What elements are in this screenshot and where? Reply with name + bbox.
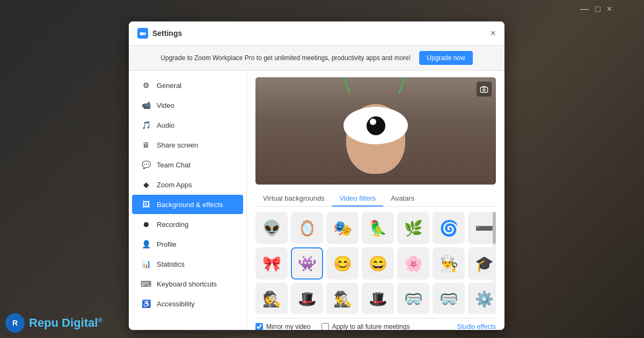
zoom-logo-icon bbox=[137, 28, 148, 39]
upgrade-now-button[interactable]: Upgrade now bbox=[419, 51, 472, 65]
bottom-controls: Mirror my video Apply to all future meet… bbox=[255, 318, 496, 330]
window-close-btn[interactable]: × bbox=[607, 4, 612, 14]
sidebar-icon-statistics: 📊 bbox=[141, 259, 151, 269]
minimize-btn[interactable]: — bbox=[580, 4, 589, 14]
sidebar-icon-team-chat: 💬 bbox=[141, 159, 151, 170]
sidebar-item-keyboard-shortcuts[interactable]: ⌨Keyboard shortcuts bbox=[132, 274, 243, 293]
sidebar-icon-profile: 👤 bbox=[141, 239, 151, 249]
sidebar-icon-video: 📹 bbox=[141, 100, 151, 111]
mirror-video-input[interactable] bbox=[255, 323, 263, 330]
tab-virtual-backgrounds[interactable]: Virtual backgrounds bbox=[255, 191, 332, 207]
filter-row-1: 🎀👾😊😄🌸👨‍🍳🎓🍎 bbox=[255, 247, 494, 280]
filter-grid: 👽🪞🎭🦜🌿🌀➖💤🎀👾😊😄🌸👨‍🍳🎓🍎🕵️🎩🕵️‍♂️🎩🥽🥽⚙️ bbox=[255, 212, 496, 314]
studio-effects-link[interactable]: Studio effects bbox=[457, 323, 496, 330]
filter-item-grad[interactable]: 🎓 bbox=[468, 247, 496, 280]
sidebar-label-team-chat: Team Chat bbox=[157, 161, 191, 169]
settings-sidebar: ⚙General📹Video🎵Audio🖥Share screen💬Team C… bbox=[129, 71, 247, 330]
future-meetings-label: Apply to all future meetings bbox=[332, 323, 410, 330]
sidebar-icon-general: ⚙ bbox=[141, 80, 151, 91]
filter-item-vr[interactable]: 🥽 bbox=[433, 283, 465, 314]
logo-text: Repu Digital® bbox=[29, 316, 103, 330]
sidebar-item-statistics[interactable]: 📊Statistics bbox=[132, 254, 243, 274]
scrollbar-thumb[interactable] bbox=[493, 212, 496, 244]
sidebar-icon-background-effects: 🖼 bbox=[141, 199, 151, 210]
filter-item-alien2[interactable]: 👾 bbox=[291, 247, 323, 280]
filter-item-gear[interactable]: ⚙️ bbox=[468, 283, 496, 314]
filter-item-alien[interactable]: 👽 bbox=[255, 212, 288, 244]
filter-item-happy[interactable]: 😄 bbox=[362, 247, 394, 280]
svg-marker-1 bbox=[144, 32, 146, 35]
antenna-right bbox=[398, 77, 407, 94]
future-meetings-checkbox[interactable]: Apply to all future meetings bbox=[321, 323, 410, 330]
camera-icon bbox=[480, 85, 488, 93]
filter-item-mirror[interactable]: 🪞 bbox=[291, 212, 323, 244]
upgrade-text: Upgrade to Zoom Workplace Pro to get unl… bbox=[160, 54, 411, 62]
filter-item-dark[interactable]: 🎭 bbox=[326, 212, 358, 244]
scrollbar-track bbox=[493, 212, 496, 314]
sidebar-label-statistics: Statistics bbox=[157, 260, 185, 268]
sidebar-label-video: Video bbox=[157, 101, 174, 109]
main-content: Virtual backgroundsVideo filtersAvatars … bbox=[247, 71, 504, 330]
sidebar-icon-recording: ⏺ bbox=[141, 219, 151, 230]
filter-item-colorful[interactable]: 🌀 bbox=[433, 212, 465, 244]
filter-item-chef[interactable]: 👨‍🍳 bbox=[433, 247, 465, 280]
svg-rect-0 bbox=[140, 32, 144, 35]
sidebar-icon-share-screen: 🖥 bbox=[141, 139, 151, 150]
sidebar-item-general[interactable]: ⚙General bbox=[132, 76, 243, 95]
modal-close-button[interactable]: × bbox=[490, 28, 496, 38]
tab-video-filters[interactable]: Video filters bbox=[332, 191, 384, 207]
filter-item-smile[interactable]: 😊 bbox=[326, 247, 358, 280]
mirror-video-label: Mirror my video bbox=[266, 323, 311, 330]
sidebar-label-share-screen: Share screen bbox=[157, 141, 198, 149]
filter-item-parrot[interactable]: 🦜 bbox=[362, 212, 394, 244]
filter-item-lines[interactable]: ➖ bbox=[468, 212, 496, 244]
filter-item-hat3[interactable]: 🎩 bbox=[362, 283, 394, 314]
filter-item-detective[interactable]: 🕵️‍♂️ bbox=[326, 283, 358, 314]
filter-row-2: 🕵️🎩🕵️‍♂️🎩🥽🥽⚙️ bbox=[255, 283, 494, 314]
filter-item-flower[interactable]: 🌿 bbox=[397, 212, 429, 244]
sidebar-label-accessibility: Accessibility bbox=[157, 300, 195, 308]
sidebar-item-accessibility[interactable]: ♿Accessibility bbox=[132, 294, 243, 313]
sidebar-icon-keyboard-shortcuts: ⌨ bbox=[141, 278, 151, 289]
camera-switch-button[interactable] bbox=[477, 82, 492, 97]
face-area bbox=[255, 77, 496, 185]
modal-body: ⚙General📹Video🎵Audio🖥Share screen💬Team C… bbox=[129, 71, 504, 330]
sidebar-item-profile[interactable]: 👤Profile bbox=[132, 234, 243, 254]
mirror-video-checkbox[interactable]: Mirror my video bbox=[255, 323, 311, 330]
sidebar-item-video[interactable]: 📹Video bbox=[132, 95, 243, 115]
tab-avatars[interactable]: Avatars bbox=[383, 191, 422, 207]
maximize-btn[interactable]: □ bbox=[595, 4, 601, 14]
filter-item-bow[interactable]: 🎀 bbox=[255, 247, 288, 280]
sidebar-icon-audio: 🎵 bbox=[141, 120, 151, 130]
sidebar-item-team-chat[interactable]: 💬Team Chat bbox=[132, 155, 243, 174]
antenna-left bbox=[341, 77, 350, 94]
filter-item-spy[interactable]: 🕵️ bbox=[255, 283, 288, 314]
sidebar-label-background-effects: Background & effects bbox=[157, 201, 223, 209]
sidebar-item-zoom-apps[interactable]: ◆Zoom Apps bbox=[132, 175, 243, 194]
sidebar-item-share-screen[interactable]: 🖥Share screen bbox=[132, 135, 243, 155]
sidebar-item-audio[interactable]: 🎵Audio bbox=[132, 115, 243, 135]
bottom-logo: R Repu Digital® bbox=[5, 313, 103, 333]
eye-pupil bbox=[367, 116, 385, 135]
sidebar-label-recording: Recording bbox=[157, 221, 188, 229]
sidebar-label-profile: Profile bbox=[157, 240, 177, 248]
logo-icon: R bbox=[5, 313, 25, 333]
filter-item-tech[interactable]: 🥽 bbox=[397, 283, 429, 314]
filter-item-tophat[interactable]: 🎩 bbox=[291, 283, 323, 314]
filter-scroll-container: 👽🪞🎭🦜🌿🌀➖💤🎀👾😊😄🌸👨‍🍳🎓🍎🕵️🎩🕵️‍♂️🎩🥽🥽⚙️ bbox=[255, 212, 496, 314]
svg-point-3 bbox=[483, 89, 485, 91]
face-silhouette bbox=[341, 88, 411, 174]
camera-preview bbox=[255, 77, 496, 185]
sidebar-label-audio: Audio bbox=[157, 121, 174, 129]
filter-tabs: Virtual backgroundsVideo filtersAvatars bbox=[255, 191, 496, 207]
sidebar-item-recording[interactable]: ⏺Recording bbox=[132, 215, 243, 234]
window-chrome: — □ × bbox=[580, 4, 612, 14]
sidebar-label-zoom-apps: Zoom Apps bbox=[157, 181, 192, 189]
modal-titlebar: Settings × bbox=[129, 21, 504, 46]
settings-modal: Settings × Upgrade to Zoom Workplace Pro… bbox=[129, 21, 504, 330]
sidebar-item-background-effects[interactable]: 🖼Background & effects bbox=[132, 195, 243, 214]
eye-overlay bbox=[343, 107, 408, 144]
sidebar-icon-zoom-apps: ◆ bbox=[141, 179, 151, 190]
filter-item-flower2[interactable]: 🌸 bbox=[397, 247, 429, 280]
future-meetings-input[interactable] bbox=[321, 323, 329, 330]
